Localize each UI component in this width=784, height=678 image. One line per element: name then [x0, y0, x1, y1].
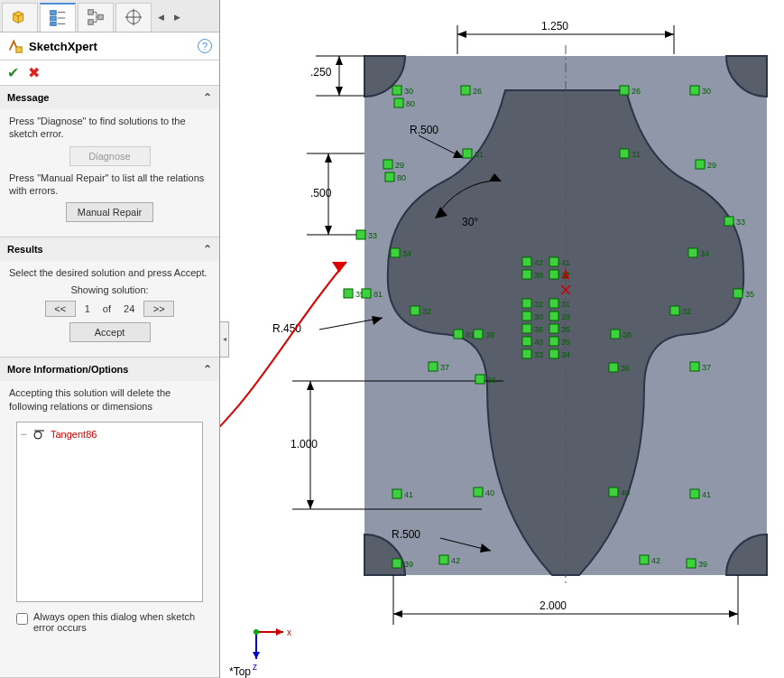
svg-marker-27	[336, 56, 343, 65]
manual-repair-button[interactable]: Manual Repair	[66, 202, 154, 222]
svg-text:42: 42	[451, 556, 460, 565]
svg-rect-78	[696, 160, 705, 169]
message-line1: Press "Diagnose" to find solutions to th…	[9, 115, 210, 141]
svg-rect-154	[392, 559, 401, 568]
svg-rect-7	[88, 20, 94, 25]
tab-scroll-left[interactable]: ◀	[153, 4, 168, 31]
list-item[interactable]: ┈ Tangent86	[21, 426, 198, 442]
svg-text:31: 31	[475, 150, 484, 159]
diagnose-button: Diagnose	[69, 146, 151, 166]
section-results: Results ⌃ Select the desired solution an…	[0, 237, 219, 358]
results-paging: << 1 of 24 >>	[9, 301, 210, 317]
svg-text:34: 34	[700, 249, 709, 258]
section-more-info-header[interactable]: More Information/Options ⌃	[0, 358, 219, 381]
results-showing: Showing solution:	[9, 284, 210, 295]
svg-rect-64	[461, 86, 470, 95]
svg-text:40: 40	[621, 488, 630, 497]
svg-rect-88	[688, 248, 697, 257]
svg-text:32: 32	[422, 307, 431, 316]
svg-marker-163	[253, 652, 260, 659]
always-open-checkbox-row[interactable]: Always open this dialog when sketch erro…	[9, 608, 210, 640]
message-line2: Press "Manual Repair" to list all the re…	[9, 172, 210, 198]
prev-button[interactable]: <<	[45, 301, 76, 317]
svg-text:1.250: 1.250	[541, 20, 568, 33]
svg-rect-102	[474, 330, 483, 339]
cancel-icon[interactable]: ✖	[28, 64, 40, 81]
always-open-checkbox[interactable]	[16, 613, 28, 625]
svg-marker-28	[336, 87, 343, 96]
sketchxpert-icon	[7, 38, 23, 54]
svg-rect-62	[392, 86, 401, 95]
svg-rect-116	[549, 299, 558, 308]
svg-rect-84	[724, 217, 733, 226]
svg-text:31: 31	[632, 150, 641, 159]
sketch-canvas[interactable]: 1.250 .250 R.500 .500 30° R.450	[220, 0, 784, 678]
tab-scroll-right[interactable]: ▶	[170, 4, 184, 31]
panel-tabbar: ◀ ▶	[0, 0, 219, 33]
view-triad: x z	[253, 627, 291, 672]
tab-configuration-manager[interactable]	[78, 3, 114, 32]
tangent-icon	[32, 428, 45, 441]
svg-rect-12	[16, 47, 22, 52]
svg-text:39: 39	[404, 560, 413, 569]
more-info-msg: Accepting this solution will delete the …	[9, 386, 210, 413]
svg-marker-36	[325, 153, 332, 163]
section-more-info: More Information/Options ⌃ Accepting thi…	[0, 358, 219, 678]
dimension[interactable]: .500	[307, 153, 364, 235]
section-more-info-label: More Information/Options	[7, 364, 128, 375]
svg-text:37: 37	[440, 363, 449, 372]
svg-marker-21	[457, 31, 466, 38]
section-results-header[interactable]: Results ⌃	[0, 237, 219, 261]
svg-text:39: 39	[561, 338, 570, 347]
help-icon[interactable]: ?	[198, 39, 212, 53]
svg-text:31: 31	[561, 300, 570, 309]
dimension[interactable]: .250	[310, 56, 364, 96]
svg-marker-48	[307, 381, 314, 390]
tab-dimxpert[interactable]	[115, 3, 152, 32]
svg-rect-1	[51, 16, 56, 21]
svg-rect-144	[474, 488, 483, 497]
svg-text:30: 30	[404, 87, 413, 96]
svg-rect-152	[640, 555, 649, 564]
graphics-area[interactable]: ◂ 1.250 .250 R	[220, 0, 784, 678]
collapse-icon: ⌃	[203, 243, 212, 255]
svg-rect-76	[383, 160, 392, 169]
svg-text:29: 29	[707, 161, 716, 170]
accept-button[interactable]: Accept	[69, 322, 151, 342]
svg-marker-158	[332, 262, 346, 273]
svg-text:33: 33	[534, 350, 543, 359]
svg-rect-106	[522, 257, 531, 266]
panel-title: SketchXpert	[29, 40, 192, 53]
svg-rect-148	[690, 489, 699, 498]
svg-text:32: 32	[534, 300, 543, 309]
svg-rect-110	[522, 270, 531, 279]
svg-text:R.500: R.500	[392, 528, 420, 541]
section-message-header[interactable]: Message ⌃	[0, 86, 219, 109]
svg-text:33: 33	[368, 231, 377, 240]
svg-text:30: 30	[702, 87, 711, 96]
collapse-icon: ⌃	[203, 91, 212, 104]
svg-text:38: 38	[623, 330, 632, 339]
ok-icon[interactable]: ✔	[7, 64, 19, 81]
next-button[interactable]: >>	[143, 301, 174, 317]
tab-property-manager[interactable]	[40, 3, 76, 32]
svg-rect-136	[690, 362, 699, 371]
svg-marker-22	[665, 31, 674, 38]
svg-rect-156	[687, 559, 696, 568]
svg-text:36: 36	[534, 325, 543, 334]
svg-rect-2	[51, 22, 56, 25]
svg-text:29: 29	[395, 161, 404, 170]
svg-rect-104	[611, 330, 620, 339]
svg-text:.250: .250	[310, 66, 332, 79]
svg-text:32: 32	[682, 307, 691, 316]
svg-rect-108	[549, 257, 558, 266]
svg-text:35: 35	[561, 325, 570, 334]
svg-text:26: 26	[632, 87, 641, 96]
tab-feature-manager[interactable]	[2, 3, 38, 32]
svg-rect-126	[522, 337, 531, 346]
svg-rect-6	[88, 10, 94, 15]
svg-rect-90	[344, 289, 353, 298]
svg-rect-138	[475, 375, 484, 384]
relations-listbox[interactable]: ┈ Tangent86	[16, 422, 203, 602]
panel-title-row: SketchXpert ?	[0, 33, 219, 60]
